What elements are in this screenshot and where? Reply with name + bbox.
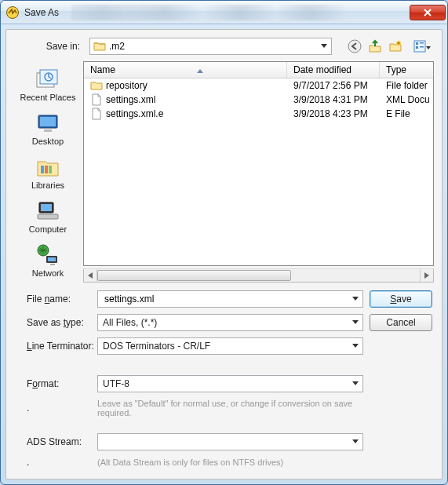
folder-icon bbox=[93, 40, 106, 53]
libraries-icon bbox=[35, 154, 61, 181]
svg-rect-16 bbox=[49, 166, 52, 173]
place-recent[interactable]: Recent Places bbox=[16, 63, 79, 104]
column-type[interactable]: Type bbox=[380, 62, 433, 78]
savein-toolbar: Save in: .m2 bbox=[14, 38, 434, 61]
ads-hint: (Alt Data Stream is only for files on NT… bbox=[97, 458, 363, 467]
place-network[interactable]: Network bbox=[16, 239, 79, 279]
client-area: Save in: .m2 bbox=[5, 29, 443, 480]
chevron-down-icon bbox=[349, 292, 362, 306]
sort-asc-icon bbox=[197, 64, 203, 75]
filename-label: File name: bbox=[16, 294, 91, 304]
computer-icon bbox=[35, 198, 61, 224]
svg-rect-19 bbox=[38, 214, 58, 219]
cancel-button[interactable]: Cancel bbox=[370, 314, 432, 331]
svg-rect-12 bbox=[40, 117, 56, 126]
lineterm-combo[interactable]: DOS Terminators - CR/LF bbox=[97, 337, 363, 355]
row-type: File folder bbox=[380, 80, 433, 91]
svg-rect-7 bbox=[420, 46, 424, 48]
svg-rect-22 bbox=[48, 257, 56, 261]
row-name: settings.xml.e bbox=[106, 108, 163, 119]
svg-rect-13 bbox=[44, 129, 52, 132]
new-folder-button[interactable] bbox=[387, 38, 404, 55]
file-icon bbox=[90, 108, 103, 120]
svg-rect-5 bbox=[420, 42, 424, 44]
save-as-dialog: Save As Save in: .m2 bbox=[0, 0, 448, 485]
row-type: XML Docu bbox=[380, 94, 433, 105]
place-desktop[interactable]: Desktop bbox=[16, 107, 79, 148]
savein-combo[interactable]: .m2 bbox=[89, 38, 332, 55]
back-icon bbox=[348, 39, 362, 53]
row-name: repository bbox=[106, 80, 148, 91]
file-listview[interactable]: Name Date modified Type repository9/7/20… bbox=[83, 61, 434, 266]
scroll-track[interactable] bbox=[97, 269, 420, 282]
format-combo[interactable]: UTF-8 bbox=[97, 375, 363, 392]
place-label: Computer bbox=[29, 224, 67, 234]
svg-rect-6 bbox=[416, 46, 418, 49]
views-button[interactable] bbox=[407, 38, 432, 55]
titlebar: Save As bbox=[1, 1, 447, 24]
svg-rect-4 bbox=[416, 42, 418, 45]
window-title: Save As bbox=[24, 7, 59, 18]
svg-point-1 bbox=[348, 40, 361, 53]
back-button[interactable] bbox=[346, 38, 363, 55]
places-bar: Recent Places Desktop Libraries bbox=[14, 61, 82, 283]
row-type: E File bbox=[380, 108, 433, 119]
desktop-icon bbox=[35, 110, 61, 137]
place-label: Network bbox=[32, 268, 64, 278]
format-label: Format: bbox=[16, 378, 91, 389]
ads-label: ADS Stream: bbox=[16, 436, 91, 447]
place-libraries[interactable]: Libraries bbox=[16, 151, 79, 191]
middle-panel: Recent Places Desktop Libraries bbox=[14, 61, 434, 283]
network-icon bbox=[35, 242, 61, 268]
place-label: Recent Places bbox=[20, 93, 76, 102]
row-date: 9/7/2017 2:56 PM bbox=[287, 80, 380, 91]
filename-input[interactable] bbox=[103, 293, 348, 305]
table-row[interactable]: settings.xml3/9/2018 4:31 PMXML Docu bbox=[84, 93, 433, 107]
up-folder-button[interactable] bbox=[366, 38, 384, 55]
form-panel: File name: Save Save as type: All Files,… bbox=[14, 283, 434, 468]
saveastype-combo[interactable]: All Files, (*.*) bbox=[97, 314, 363, 331]
recent-places-icon bbox=[35, 66, 61, 93]
filename-combo[interactable] bbox=[97, 290, 363, 308]
folder-icon bbox=[90, 79, 103, 92]
saveastype-label: Save as type: bbox=[16, 317, 91, 328]
scroll-thumb[interactable] bbox=[97, 270, 291, 281]
scroll-right-button[interactable] bbox=[420, 269, 433, 282]
place-computer[interactable]: Computer bbox=[16, 195, 79, 235]
up-folder-icon bbox=[368, 39, 382, 53]
ads-combo[interactable] bbox=[97, 433, 363, 450]
horizontal-scrollbar[interactable] bbox=[83, 268, 434, 283]
listview-body: repository9/7/2017 2:56 PMFile folderset… bbox=[84, 78, 433, 265]
savein-label: Save in: bbox=[16, 41, 85, 52]
scroll-left-button[interactable] bbox=[84, 269, 97, 282]
table-row[interactable]: repository9/7/2017 2:56 PMFile folder bbox=[84, 78, 433, 93]
chevron-down-icon bbox=[349, 377, 362, 391]
savein-value: .m2 bbox=[109, 41, 125, 52]
place-label: Desktop bbox=[32, 137, 64, 146]
lineterm-label: Line Terminator: bbox=[16, 341, 91, 352]
chevron-down-icon bbox=[349, 435, 362, 449]
listing-area: Name Date modified Type repository9/7/20… bbox=[83, 61, 434, 283]
toolbar-icons bbox=[346, 38, 432, 55]
listview-header: Name Date modified Type bbox=[84, 62, 433, 78]
titlebar-blur bbox=[71, 5, 378, 20]
close-icon bbox=[424, 9, 432, 16]
row-date: 3/9/2018 4:23 PM bbox=[287, 108, 380, 119]
row-name: settings.xml bbox=[106, 94, 155, 105]
svg-rect-18 bbox=[41, 204, 52, 211]
close-button[interactable] bbox=[410, 5, 446, 20]
column-name[interactable]: Name bbox=[84, 62, 287, 78]
chevron-down-icon bbox=[349, 339, 362, 353]
app-icon bbox=[5, 5, 20, 20]
save-button[interactable]: Save bbox=[370, 290, 432, 308]
chevron-down-icon bbox=[349, 315, 362, 330]
views-icon bbox=[413, 39, 427, 53]
place-label: Libraries bbox=[31, 181, 64, 190]
chevron-down-icon bbox=[318, 39, 330, 53]
column-date[interactable]: Date modified bbox=[287, 62, 380, 78]
svg-rect-23 bbox=[50, 264, 55, 265]
row-date: 3/9/2018 4:31 PM bbox=[287, 94, 380, 105]
chevron-down-icon bbox=[426, 38, 431, 53]
table-row[interactable]: settings.xml.e3/9/2018 4:23 PME File bbox=[84, 107, 433, 121]
file-icon bbox=[90, 93, 103, 106]
